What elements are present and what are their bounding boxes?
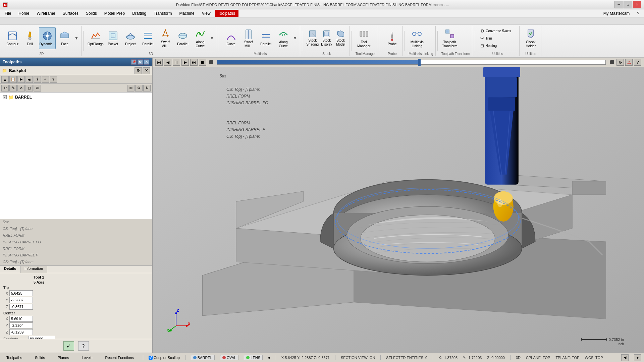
tab-details[interactable]: Details [0, 266, 20, 273]
pb-settings-btn[interactable]: ⚙ [616, 59, 624, 66]
bp-gear-btn[interactable]: ⚙ [135, 67, 142, 74]
det-tip-z-input[interactable] [9, 304, 33, 310]
menu-file[interactable]: File [1, 10, 14, 17]
lens-badge[interactable]: LENS [244, 355, 263, 360]
parallel2-button[interactable]: Parallel [174, 27, 191, 49]
tab-levels[interactable]: Levels [78, 355, 96, 361]
tab-planes[interactable]: Planes [54, 355, 73, 361]
pb-help-btn[interactable]: ? [634, 59, 641, 66]
multiaxis-linking-button[interactable]: Multiaxis Linking [409, 27, 425, 49]
cusp-scallop-input[interactable] [149, 356, 153, 360]
2d-expand-arrow[interactable]: ▼ [74, 35, 79, 41]
menu-model-prep[interactable]: Model Prep [101, 10, 128, 17]
tp2-select-btn[interactable]: ◻ [25, 85, 33, 92]
barrel-badge[interactable]: BARREL [191, 355, 215, 360]
tree-barrel-item[interactable]: - 📁 BARREL [1, 94, 151, 101]
det-tip-x-input[interactable] [9, 290, 33, 296]
tool-manager-button[interactable]: Tool Manager [356, 27, 372, 49]
pocket-button[interactable]: Pocket [105, 27, 121, 49]
3d-expand-arrow[interactable]: ▼ [209, 35, 215, 41]
contour-button[interactable]: Contour [4, 27, 21, 49]
menu-wireframe[interactable]: Wireframe [33, 10, 58, 17]
tp-close-button[interactable]: ✕ [144, 59, 149, 65]
multiaxis-parallel-button[interactable]: Parallel [258, 27, 274, 49]
sb-arrow-left[interactable]: ◀ [621, 354, 629, 361]
menu-my-mastercam[interactable]: My Mastercam [600, 10, 633, 17]
nesting-button[interactable]: ⊞ Nesting [478, 42, 499, 49]
bp-close-btn[interactable]: ✕ [143, 67, 150, 74]
tp-verify-btn[interactable]: ▶ [17, 76, 25, 83]
viewport[interactable]: ⏮ ◀ ⏸ ▶ ⏭ ⏹ ⬛ ⬛ ⚙ ⚠ ? [153, 58, 644, 353]
tree-expand-barrel[interactable]: - [3, 95, 7, 99]
play-pause-button[interactable]: ⏸ [173, 59, 180, 66]
det-center-y-input[interactable] [9, 322, 33, 328]
menu-surfaces[interactable]: Surfaces [59, 10, 82, 17]
minimize-button[interactable]: ─ [614, 1, 623, 8]
toolpath-transform-button[interactable]: Toolpath Transform [441, 27, 458, 49]
multiaxis-expand-arrow[interactable]: ▼ [292, 35, 298, 41]
play-forward-button[interactable]: ⏭ [190, 59, 198, 66]
tab-solids[interactable]: Solids [31, 355, 49, 361]
tp2-regen-btn[interactable]: ↩ [1, 85, 9, 92]
tp-question-btn[interactable]: ? [50, 76, 57, 83]
check-holder-button[interactable]: Check Holder [522, 27, 539, 49]
det-tip-y-input[interactable] [9, 297, 33, 303]
tp-help-button[interactable]: ? [78, 341, 89, 351]
face-button[interactable]: Face [56, 27, 73, 49]
viewport-3d[interactable]: 5ax CS: Top] - [Tplane: RREL FORM INISHI… [153, 67, 644, 353]
tp2-copy-btn[interactable]: ⧉ [34, 85, 41, 92]
menu-help[interactable]: ? [634, 10, 643, 17]
tp-properties-btn[interactable]: 📋 [9, 76, 17, 83]
close-button[interactable]: ✕ [633, 1, 641, 8]
play-step-back-button[interactable]: ◀ [164, 59, 171, 66]
tp-move-up-btn[interactable]: ▲ [1, 76, 9, 83]
multiaxis-along-curve-button[interactable]: Along Curve [275, 27, 292, 49]
project-button[interactable]: Project [122, 27, 139, 49]
window-controls[interactable]: ─ □ ✕ [614, 1, 641, 8]
play-rewind-button[interactable]: ⏮ [155, 59, 163, 66]
menu-transform[interactable]: Transform [150, 10, 175, 17]
menu-view[interactable]: View [199, 10, 214, 17]
tp-pin-button[interactable]: 📌 [131, 59, 137, 65]
play-stop-button[interactable]: ⏹ [199, 59, 206, 66]
tp2-refresh-btn[interactable]: ↻ [143, 85, 151, 92]
menu-home[interactable]: Home [15, 10, 33, 17]
maximize-button[interactable]: □ [624, 1, 632, 8]
det-feedrate-input[interactable] [28, 336, 55, 339]
cusp-scallop-checkbox[interactable]: Cusp or Scallop [149, 356, 180, 360]
progress-cursor[interactable] [418, 59, 421, 66]
tp2-edit-btn[interactable]: ✎ [9, 85, 17, 92]
menu-machine[interactable]: Machine [176, 10, 198, 17]
play-step-forward-button[interactable]: ▶ [181, 59, 189, 66]
drill-button[interactable]: Drill [21, 27, 38, 49]
sb-arrow-down2[interactable]: ▼ [634, 354, 641, 361]
tp2-delete-btn[interactable]: ✕ [17, 85, 25, 92]
progress-bar[interactable] [217, 60, 606, 65]
menu-drafting[interactable]: Drafting [129, 10, 150, 17]
along-curve-button[interactable]: Along Curve [192, 27, 209, 49]
convert-5axis-button[interactable]: ⚙ Convert to 5-axis [478, 27, 514, 34]
menu-toolpaths[interactable]: Toolpaths [215, 10, 238, 17]
oval-badge[interactable]: OVAL [220, 355, 239, 360]
tp-settings-button[interactable]: ⚙ [138, 59, 143, 65]
stock-shading-button[interactable]: Stock Shading [306, 27, 319, 49]
tp-check-btn[interactable]: ✓ [42, 76, 49, 83]
probe-button[interactable]: Probe [384, 27, 400, 49]
optirough-button[interactable]: OptiRough [87, 27, 104, 49]
curve-button[interactable]: Curve [223, 27, 239, 49]
tp-confirm-button[interactable]: ✓ [63, 341, 74, 351]
tp2-view-btn[interactable]: 👁 [127, 85, 135, 92]
stock-model-button[interactable]: Stock Model [334, 27, 347, 49]
tp-simulate-btn[interactable]: ⏭ [25, 76, 33, 83]
det-center-z-input[interactable] [9, 329, 33, 335]
pb-warning-btn[interactable]: ⚠ [625, 59, 633, 66]
tab-information[interactable]: Information [20, 266, 47, 273]
dynamic-button[interactable]: Dynamic... [39, 27, 56, 49]
swarf-mill2-button[interactable]: Swarf Mill... [240, 27, 257, 49]
parallel-3d-button[interactable]: Parallel [140, 27, 156, 49]
tp-info-btn[interactable]: ℹ [34, 76, 41, 83]
stock-display-button[interactable]: Stock Display [320, 27, 333, 49]
tp2-filter-btn[interactable]: ⚙ [135, 85, 143, 92]
menu-solids[interactable]: Solids [83, 10, 100, 17]
tab-recent-functions[interactable]: Recent Functions [102, 355, 138, 361]
